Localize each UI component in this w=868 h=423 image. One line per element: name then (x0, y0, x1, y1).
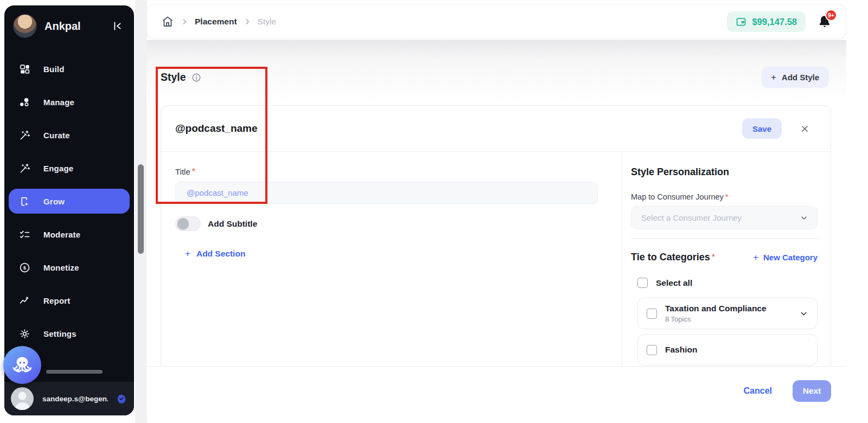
category-card-taxation[interactable]: Taxation and Compliance 8 Topics (637, 298, 818, 329)
select-all-row: Select all (637, 278, 818, 288)
required-mark: * (712, 253, 715, 262)
checklist-icon (18, 228, 30, 240)
sidebar-user-footer: sandeep.s@begen... (4, 382, 134, 415)
categories-heading: Tie to Categories (631, 252, 710, 262)
sidebar-item-label: Settings (43, 329, 76, 338)
chevron-down-icon[interactable] (799, 309, 808, 318)
save-button[interactable]: Save (742, 118, 782, 139)
chevron-down-icon (800, 214, 808, 222)
add-subtitle-toggle[interactable] (175, 216, 201, 231)
sidebar-item-grow[interactable]: Grow (9, 189, 130, 214)
sidebar-item-engage[interactable]: Engage (9, 156, 130, 181)
add-subtitle-row: Add Subtitle (175, 216, 598, 231)
chevron-right-icon (244, 18, 251, 25)
journey-label: Map to Consumer Journey (631, 193, 724, 201)
sidebar-item-manage[interactable]: Manage (9, 89, 130, 114)
page-scrollbar-thumb[interactable] (138, 164, 144, 254)
sidebar-item-report[interactable]: Report (9, 288, 130, 313)
new-category-label: New Category (763, 253, 818, 262)
user-avatar[interactable] (11, 387, 34, 410)
add-style-button[interactable]: + Add Style (761, 67, 829, 88)
home-icon[interactable] (161, 15, 174, 28)
dollar-circle-icon: $ (18, 261, 30, 273)
sidebar-item-label: Report (43, 296, 71, 305)
category-checkbox[interactable] (647, 345, 657, 355)
breadcrumb-style: Style (258, 17, 276, 27)
select-all-checkbox[interactable] (637, 278, 648, 288)
verified-badge-icon (117, 394, 126, 403)
required-mark: * (725, 193, 729, 201)
sidebar-item-monetize[interactable]: $ Monetize (9, 255, 130, 280)
new-category-button[interactable]: + New Category (753, 252, 818, 263)
sidebar-item-label: Curate (43, 131, 70, 140)
category-name: Fashion (665, 345, 808, 355)
close-icon (800, 124, 810, 134)
consumer-journey-placeholder: Select a Consumer Journey (641, 213, 742, 222)
build-icon (18, 63, 30, 75)
personalization-heading: Style Personalization (631, 166, 818, 178)
title-input[interactable] (175, 182, 598, 204)
user-email[interactable]: sandeep.s@begen... (42, 395, 108, 403)
consumer-journey-select[interactable]: Select a Consumer Journey (631, 206, 818, 229)
plus-icon: + (753, 252, 758, 263)
grow-icon (18, 195, 30, 207)
page-header-row: Style + Add Style (146, 41, 846, 88)
manage-icon (18, 96, 30, 108)
collapse-sidebar-icon (111, 20, 123, 32)
breadcrumb: Placement Style (161, 15, 727, 28)
style-form: Title* Add Subtitle + Add Section (161, 152, 622, 367)
wallet-balance-badge[interactable]: $99,147.58 (727, 11, 806, 32)
required-mark: * (192, 167, 195, 176)
wallet-amount: $99,147.58 (752, 17, 797, 27)
category-checkbox[interactable] (647, 309, 657, 319)
sidebar-item-moderate[interactable]: Moderate (9, 222, 130, 247)
categories-header-row: Tie to Categories* + New Category (631, 252, 818, 263)
gear-icon (18, 328, 30, 339)
sidebar-horizontal-scrollbar-thumb[interactable] (46, 370, 103, 374)
select-all-label: Select all (656, 278, 692, 288)
notification-count-badge: 9+ (825, 9, 837, 21)
category-card-fashion[interactable]: Fashion (637, 334, 818, 366)
wizard-footer: Cancel Next (146, 366, 846, 415)
octopus-icon (11, 354, 34, 376)
style-name: @podcast_name (175, 123, 258, 134)
sidebar-item-curate[interactable]: Curate (9, 123, 130, 148)
wallet-icon (736, 16, 746, 27)
style-card-body: Title* Add Subtitle + Add Section (161, 152, 831, 367)
magic-wand-icon (18, 129, 30, 141)
style-personalization-panel: Style Personalization Map to Consumer Jo… (622, 152, 831, 367)
app-window: Ankpal Build Manage (0, 0, 868, 423)
info-icon[interactable] (192, 73, 201, 82)
add-section-button[interactable]: + Add Section (185, 248, 245, 259)
sidebar-item-settings[interactable]: Settings (9, 321, 130, 346)
toggle-knob (177, 218, 189, 229)
close-button[interactable] (798, 122, 811, 135)
title-label: Title (175, 167, 190, 176)
add-style-label: Add Style (782, 73, 819, 82)
chevron-right-icon (181, 18, 188, 25)
workspace-avatar[interactable] (13, 14, 37, 38)
sidebar-item-build[interactable]: Build (9, 56, 130, 81)
workspace-name: Ankpal (44, 20, 103, 33)
main-content-panel: Style + Add Style @podcast_name Save (146, 40, 846, 415)
sidebar-item-label: Grow (43, 197, 65, 206)
sidebar-item-label: Engage (43, 164, 73, 173)
svg-text:$: $ (23, 265, 26, 271)
sidebar-collapse-button[interactable] (110, 19, 124, 33)
category-name: Taxation and Compliance (665, 304, 791, 313)
breadcrumb-placement[interactable]: Placement (195, 17, 237, 27)
top-header-bar: Placement Style $99,147.58 9+ (146, 4, 846, 39)
page-scrollbar-track (135, 0, 147, 423)
divider (631, 238, 818, 239)
next-button[interactable]: Next (793, 380, 831, 402)
style-card-header: @podcast_name Save (161, 106, 831, 152)
style-editor-card: @podcast_name Save Title* (161, 105, 831, 367)
add-section-label: Add Section (196, 249, 245, 259)
plus-icon: + (185, 248, 190, 259)
support-chat-button[interactable] (3, 346, 41, 384)
category-topics-count: 8 Topics (665, 315, 791, 323)
workspace-header: Ankpal (4, 5, 134, 38)
cancel-button[interactable]: Cancel (744, 386, 772, 396)
notifications-button[interactable]: 9+ (815, 11, 834, 32)
sidebar-item-label: Manage (43, 98, 74, 107)
